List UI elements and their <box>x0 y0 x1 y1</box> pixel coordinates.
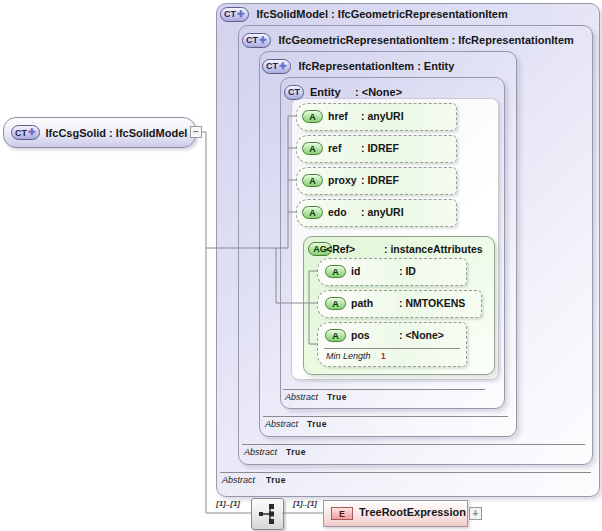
root-title: IfcCsgSolid : IfcSolidModel <box>46 127 188 139</box>
collapse-toggle[interactable]: − <box>190 126 202 138</box>
facet-divider <box>324 348 460 349</box>
attribute-icon: A <box>302 174 323 187</box>
expand-toggle[interactable]: + <box>469 507 482 520</box>
attribute-edo[interactable]: A edo : anyURI <box>296 199 457 227</box>
attribute-icon: A <box>325 265 346 278</box>
header-ifcsolidmodel[interactable]: CT✚ IfcSolidModel : IfcGeometricRepresen… <box>220 6 508 22</box>
min-length-facet: Min Length1 <box>326 351 386 361</box>
cardinality-label: [1]..[1] <box>216 499 240 508</box>
facet-divider <box>242 444 585 445</box>
abstract-facet-ifcrepresentationitem: AbstractTrue <box>265 419 327 429</box>
compositor-glyph-icon <box>258 503 278 525</box>
attr-type: : <None> <box>399 329 444 341</box>
attr-name: edo <box>328 206 347 218</box>
complex-type-icon: CT <box>284 85 304 100</box>
attr-name: proxy <box>328 174 357 186</box>
schema-diagram: CT✚ IfcSolidModel : IfcGeometricRepresen… <box>0 0 602 531</box>
header-ifcrepresentationitem[interactable]: CT✚ IfcRepresentationItem : Entity <box>262 58 454 74</box>
entity-type: : <None> <box>355 86 402 98</box>
attribute-pos[interactable]: A pos : <None> Min Length1 <box>317 322 467 367</box>
complex-type-icon: CT✚ <box>11 125 40 140</box>
derive-plus-icon: ✚ <box>259 36 267 45</box>
attr-name: ref <box>328 142 341 154</box>
attr-type: : NMTOKENS <box>399 297 465 309</box>
facet-divider <box>263 416 508 417</box>
element-treerootexpression[interactable]: E TreeRootExpression <box>323 500 468 527</box>
complex-type-icon: CT✚ <box>242 33 271 48</box>
group-type: : instanceAttributes <box>384 243 483 255</box>
attr-type: : anyURI <box>361 110 404 122</box>
abstract-facet-entity: AbstractTrue <box>285 392 347 402</box>
cardinality-label: [1]..[1] <box>293 499 317 508</box>
attr-name: path <box>351 297 373 309</box>
abstract-facet-ifcgeometricrepresentationitem: AbstractTrue <box>244 447 306 457</box>
attribute-path[interactable]: A path : NMTOKENS <box>317 290 482 318</box>
attribute-icon: A <box>302 110 323 123</box>
attr-name: id <box>351 265 360 277</box>
complex-type-icon: CT✚ <box>262 59 291 74</box>
box-title: IfcSolidModel : IfcGeometricRepresentati… <box>257 8 508 20</box>
box-title: IfcRepresentationItem : Entity <box>299 60 455 72</box>
derive-plus-icon: ✚ <box>237 10 245 19</box>
node-ifccsgsolid[interactable]: CT✚ IfcCsgSolid : IfcSolidModel <box>3 117 196 148</box>
complex-type-icon: CT✚ <box>220 7 249 22</box>
attr-type: : ID <box>399 265 416 277</box>
attr-type: : IDREF <box>361 142 399 154</box>
element-icon: E <box>331 507 353 520</box>
header-entity[interactable]: CT Entity : <None> <box>284 84 402 100</box>
attribute-icon: A <box>325 329 346 342</box>
box-title: IfcGeometricRepresentationItem : IfcRepr… <box>279 34 574 46</box>
element-label: TreeRootExpression <box>359 506 466 518</box>
attr-name: pos <box>351 329 370 341</box>
attribute-ref[interactable]: A ref : IDREF <box>296 135 457 163</box>
attr-type: : IDREF <box>361 174 399 186</box>
derive-plus-icon: ✚ <box>279 62 287 71</box>
entity-name: Entity <box>310 86 355 98</box>
attribute-icon: A <box>325 297 346 310</box>
attribute-proxy[interactable]: A proxy : IDREF <box>296 167 457 195</box>
attribute-icon: A <box>302 206 323 219</box>
sequence-compositor-icon[interactable] <box>251 498 284 530</box>
attr-type: : anyURI <box>361 206 404 218</box>
header-ifcgeometricrepresentationitem[interactable]: CT✚ IfcGeometricRepresentationItem : Ifc… <box>242 32 574 48</box>
derive-plus-icon: ✚ <box>28 128 36 137</box>
facet-divider <box>283 389 485 390</box>
attribute-icon: A <box>302 142 323 155</box>
abstract-facet-ifcsolidmodel: AbstractTrue <box>222 475 286 485</box>
group-name: <Ref> <box>326 243 355 255</box>
attribute-id[interactable]: A id : ID <box>317 258 467 286</box>
facet-divider <box>220 472 591 473</box>
attr-name: href <box>328 110 348 122</box>
attribute-href[interactable]: A href : anyURI <box>296 103 457 131</box>
